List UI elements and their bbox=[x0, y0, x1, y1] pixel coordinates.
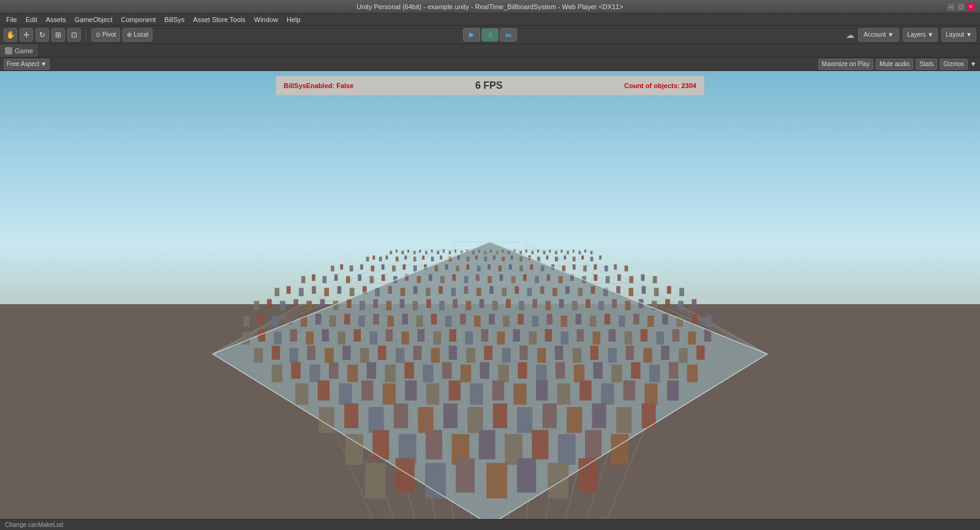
svg-rect-263 bbox=[647, 316, 654, 327]
menu-edit[interactable]: Edit bbox=[22, 15, 41, 24]
menu-gameobject[interactable]: GameObject bbox=[71, 15, 116, 24]
svg-rect-123 bbox=[488, 264, 491, 270]
svg-rect-81 bbox=[372, 255, 375, 259]
pivot-button[interactable]: ⊙ Pivot bbox=[91, 28, 120, 42]
svg-rect-376 bbox=[592, 403, 606, 428]
svg-rect-83 bbox=[386, 255, 388, 259]
window-controls: ─ □ ✕ bbox=[947, 2, 975, 11]
svg-rect-208 bbox=[347, 299, 352, 308]
game-tab-label: Game bbox=[15, 47, 33, 54]
svg-rect-258 bbox=[576, 314, 582, 324]
svg-rect-236 bbox=[258, 314, 264, 324]
menu-billsys[interactable]: BillSys bbox=[160, 15, 188, 24]
menu-component[interactable]: Component bbox=[117, 15, 159, 24]
svg-rect-337 bbox=[518, 362, 527, 379]
menu-window[interactable]: Window bbox=[251, 15, 282, 24]
svg-rect-111 bbox=[360, 264, 363, 270]
svg-rect-240 bbox=[315, 314, 322, 324]
svg-rect-125 bbox=[509, 264, 512, 270]
svg-rect-365 bbox=[319, 407, 334, 433]
svg-rect-127 bbox=[530, 264, 533, 270]
svg-rect-251 bbox=[474, 316, 481, 327]
stats-button[interactable]: Stats bbox=[916, 59, 937, 70]
svg-rect-280 bbox=[434, 332, 442, 345]
account-button[interactable]: Account ▼ bbox=[858, 28, 899, 42]
svg-rect-252 bbox=[489, 314, 495, 324]
svg-rect-314 bbox=[537, 348, 546, 363]
move-tool-button[interactable]: ✛ bbox=[20, 28, 33, 42]
svg-rect-144 bbox=[382, 274, 385, 281]
close-button[interactable]: ✕ bbox=[967, 2, 975, 11]
pause-button[interactable]: ⏸ bbox=[481, 28, 499, 42]
svg-rect-75 bbox=[567, 251, 569, 255]
cloud-icon[interactable]: ☁ bbox=[846, 30, 854, 40]
svg-rect-369 bbox=[418, 407, 433, 433]
rotate-tool-button[interactable]: ↻ bbox=[36, 28, 49, 42]
layout-button[interactable]: Layout ▼ bbox=[941, 28, 976, 42]
svg-rect-104 bbox=[573, 256, 576, 261]
svg-rect-315 bbox=[555, 346, 563, 360]
svg-rect-141 bbox=[346, 276, 350, 283]
pivot-label: Pivot bbox=[102, 31, 116, 38]
svg-rect-285 bbox=[513, 329, 521, 342]
svg-rect-87 bbox=[422, 255, 424, 259]
svg-rect-223 bbox=[546, 301, 551, 310]
maximize-on-play-button[interactable]: Maximize on Play bbox=[818, 59, 873, 70]
aspect-label: Free Aspect bbox=[7, 61, 39, 67]
svg-rect-131 bbox=[573, 264, 576, 270]
aspect-select[interactable]: Free Aspect ▼ bbox=[4, 59, 50, 70]
rect-tool-button[interactable]: ⊡ bbox=[67, 28, 81, 42]
svg-rect-324 bbox=[272, 365, 282, 383]
minimize-button[interactable]: ─ bbox=[947, 2, 956, 11]
svg-rect-363 bbox=[644, 383, 657, 405]
play-button[interactable]: ▶ bbox=[463, 28, 480, 42]
svg-rect-389 bbox=[611, 434, 628, 465]
menu-assetstore[interactable]: Asset Store Tools bbox=[189, 15, 249, 24]
layers-chevron: ▼ bbox=[927, 31, 933, 38]
local-button[interactable]: ⊕ Local bbox=[123, 28, 153, 42]
svg-rect-171 bbox=[312, 286, 316, 294]
svg-rect-312 bbox=[502, 348, 510, 363]
svg-rect-52 bbox=[431, 250, 433, 253]
svg-rect-92 bbox=[466, 256, 469, 261]
svg-rect-257 bbox=[561, 316, 568, 327]
mute-audio-button[interactable]: Mute audio bbox=[876, 59, 913, 70]
svg-rect-101 bbox=[546, 255, 549, 259]
hud-overlay: BillSysEnabled: False 6 FPS Count of obj… bbox=[276, 76, 704, 95]
svg-rect-270 bbox=[274, 332, 282, 345]
gizmos-chevron: ▼ bbox=[970, 61, 976, 67]
svg-rect-112 bbox=[371, 266, 374, 272]
svg-rect-256 bbox=[546, 314, 552, 324]
step-button[interactable]: ⏭ bbox=[500, 28, 517, 42]
game-tab[interactable]: Game bbox=[0, 44, 39, 57]
maximize-button[interactable]: □ bbox=[957, 2, 965, 11]
svg-rect-379 bbox=[345, 434, 363, 465]
svg-rect-343 bbox=[631, 362, 640, 379]
account-label: Account bbox=[864, 31, 886, 38]
svg-rect-332 bbox=[423, 365, 433, 383]
layout-chevron: ▼ bbox=[966, 31, 972, 38]
layers-button[interactable]: Layers ▼ bbox=[903, 28, 938, 42]
menu-file[interactable]: File bbox=[2, 15, 21, 24]
svg-rect-153 bbox=[488, 276, 492, 283]
svg-rect-316 bbox=[573, 348, 581, 363]
hand-tool-button[interactable]: ✋ bbox=[4, 28, 17, 42]
svg-rect-155 bbox=[511, 276, 516, 283]
svg-rect-139 bbox=[322, 276, 326, 283]
svg-rect-217 bbox=[466, 301, 472, 310]
svg-rect-350 bbox=[361, 381, 373, 401]
svg-rect-219 bbox=[492, 301, 498, 310]
svg-rect-93 bbox=[475, 255, 478, 259]
svg-rect-97 bbox=[511, 255, 513, 259]
scale-tool-button[interactable]: ⊞ bbox=[51, 28, 65, 42]
gizmos-button[interactable]: Gizmos bbox=[940, 59, 968, 70]
svg-rect-335 bbox=[480, 362, 489, 379]
svg-rect-199 bbox=[667, 286, 671, 294]
menu-help[interactable]: Help bbox=[283, 15, 304, 24]
menu-assets[interactable]: Assets bbox=[42, 15, 70, 24]
scene-svg bbox=[0, 71, 980, 519]
svg-rect-253 bbox=[503, 316, 510, 327]
svg-rect-346 bbox=[687, 365, 698, 383]
svg-rect-191 bbox=[565, 286, 570, 294]
svg-rect-122 bbox=[477, 266, 481, 272]
